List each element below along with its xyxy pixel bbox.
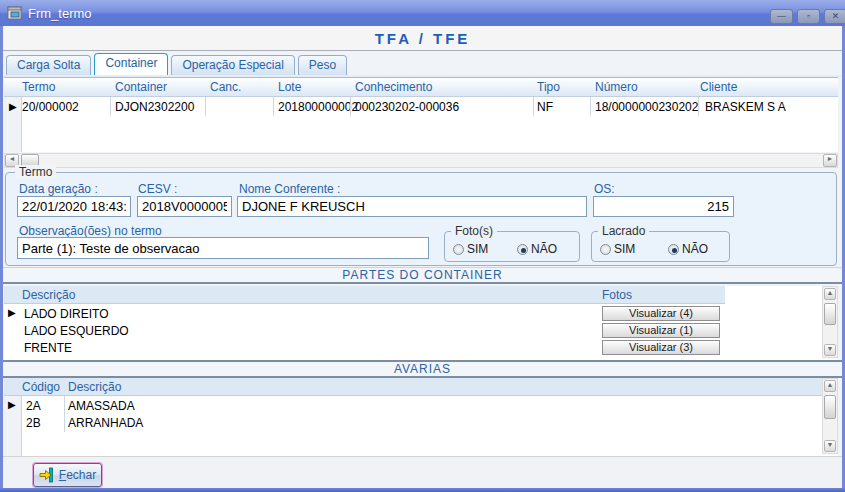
partes-section-title: PARTES DO CONTAINER: [3, 267, 842, 284]
maximize-icon: ▫: [807, 11, 810, 21]
cell-cliente: BRASKEM S A: [705, 100, 786, 114]
col-termo[interactable]: Termo: [22, 80, 55, 94]
scrollbar-thumb[interactable]: [824, 395, 836, 419]
col-divider: [110, 97, 111, 116]
page-title: TFA / TFE: [375, 30, 471, 47]
avarias-section-title: AVARIAS: [3, 360, 842, 378]
nome-conferente-label: Nome Conferente :: [239, 182, 340, 196]
lacrado-sim-label: SIM: [614, 242, 635, 256]
avarias-vertical-scrollbar[interactable]: ▲ ▼: [822, 378, 838, 454]
col-divider: [273, 97, 274, 116]
minimize-icon: —: [777, 11, 786, 21]
footer-panel: Fechar: [3, 456, 842, 488]
col-numero[interactable]: Número: [595, 80, 638, 94]
window-icon: [7, 5, 23, 21]
os-field[interactable]: [593, 196, 734, 217]
col-divider: [533, 97, 534, 116]
cesv-label: CESV :: [138, 182, 177, 196]
title-bar: Frm_termo: [0, 0, 845, 26]
row-marker-icon: ▶: [9, 101, 17, 112]
partes-vertical-scrollbar[interactable]: ▲ ▼: [822, 286, 838, 358]
termo-groupbox: Termo Data geração : CESV : Nome Confere…: [5, 172, 837, 266]
window-border-bottom: [0, 488, 845, 492]
scroll-up-icon[interactable]: ▲: [824, 288, 836, 300]
avaria-descricao: AMASSADA: [68, 399, 135, 413]
avaria-codigo: 2B: [26, 416, 41, 430]
col-cliente[interactable]: Cliente: [700, 80, 737, 94]
tab-peso[interactable]: Peso: [298, 55, 347, 75]
avarias-grid: Código Descrição ▶ 2A AMASSADA 2B ARRANH…: [4, 378, 838, 456]
visualizar-button[interactable]: Visualizar (4): [602, 306, 720, 321]
fotos-legend: Foto(s): [451, 224, 497, 238]
visualizar-button[interactable]: Visualizar (1): [602, 323, 720, 338]
col-divider: [590, 97, 591, 116]
col-conhecimento[interactable]: Conhecimento: [355, 80, 432, 94]
row-marker-icon: ▶: [8, 307, 16, 318]
col-canc[interactable]: Canc.: [210, 80, 241, 94]
nome-conferente-field[interactable]: [237, 196, 587, 217]
col-lote[interactable]: Lote: [278, 80, 301, 94]
parte-descricao: FRENTE: [24, 341, 72, 355]
minimize-button[interactable]: —: [770, 9, 793, 24]
avarias-grid-header: Código Descrição: [4, 378, 838, 396]
window-border-left: [0, 26, 3, 488]
close-button[interactable]: ✕: [824, 9, 845, 24]
scroll-down-icon[interactable]: ▼: [824, 344, 836, 356]
col-divider: [205, 97, 206, 116]
fotos-nao-label: NÃO: [531, 242, 557, 256]
radio-icon: [668, 244, 679, 255]
termo-legend: Termo: [15, 165, 56, 179]
observacao-field[interactable]: [17, 237, 429, 259]
fotos-sim-radio[interactable]: SIM: [453, 242, 488, 256]
lacrado-legend: Lacrado: [598, 224, 649, 238]
form-header: TFA / TFE: [3, 26, 842, 51]
col-container[interactable]: Container: [115, 80, 167, 94]
cell-numero: 18/0000000230202: [595, 100, 698, 114]
tab-operacao-especial[interactable]: Operação Especial: [171, 55, 294, 75]
scrollbar-thumb[interactable]: [824, 303, 836, 325]
cell-container: DJON2302200: [115, 100, 194, 114]
data-geracao-label: Data geração :: [19, 182, 98, 196]
termo-grid: Termo Container Canc. Lote Conhecimento …: [4, 77, 838, 152]
row-marker-icon: ▶: [8, 399, 16, 410]
fechar-button[interactable]: Fechar: [33, 463, 102, 487]
col-tipo[interactable]: Tipo: [537, 80, 560, 94]
window-title: Frm_termo: [28, 6, 92, 21]
cell-termo: 20/000002: [22, 100, 79, 114]
col-divider: [64, 396, 65, 432]
observacao-label: Observação(ões) no termo: [19, 224, 162, 238]
maximize-button[interactable]: ▫: [797, 9, 820, 24]
visualizar-button[interactable]: Visualizar (3): [602, 340, 720, 355]
termo-grid-header: Termo Container Canc. Lote Conhecimento …: [4, 78, 838, 97]
lacrado-nao-radio[interactable]: NÃO: [668, 242, 708, 256]
tab-bar: Carga Solta Container Operação Especial …: [6, 53, 836, 75]
cell-lote: 201800000002: [278, 100, 358, 114]
col-descricao[interactable]: Descrição: [22, 288, 75, 302]
col-descricao[interactable]: Descrição: [68, 380, 121, 394]
avaria-codigo: 2A: [26, 399, 41, 413]
fechar-label: Fechar: [59, 468, 96, 482]
radio-icon: [517, 244, 528, 255]
scroll-up-icon[interactable]: ▲: [824, 380, 836, 392]
parte-descricao: LADO ESQUERDO: [24, 324, 129, 338]
partes-grid-header: Descrição Fotos: [4, 286, 725, 304]
data-geracao-field[interactable]: [17, 196, 131, 217]
lacrado-sim-radio[interactable]: SIM: [600, 242, 635, 256]
lacrado-groupbox: Lacrado SIM NÃO: [591, 231, 730, 262]
col-fotos[interactable]: Fotos: [602, 288, 632, 302]
tab-container[interactable]: Container: [94, 53, 168, 75]
col-codigo[interactable]: Código: [22, 380, 60, 394]
grid-horizontal-scrollbar[interactable]: ◄ ►: [4, 153, 838, 168]
fotos-nao-radio[interactable]: NÃO: [517, 242, 557, 256]
scroll-right-icon[interactable]: ►: [823, 154, 837, 167]
tab-carga-solta[interactable]: Carga Solta: [6, 55, 91, 75]
exit-icon: [39, 467, 55, 483]
col-divider: [698, 97, 699, 116]
cesv-field[interactable]: [137, 196, 232, 217]
radio-icon: [600, 244, 611, 255]
app-window: Frm_termo — ▫ ✕ TFA / TFE Carga Solta Co…: [0, 0, 845, 492]
radio-icon: [453, 244, 464, 255]
scroll-down-icon[interactable]: ▼: [824, 440, 836, 452]
partes-grid: Descrição Fotos ▶ LADO DIREITO Visualiza…: [4, 286, 838, 360]
cell-conhecimento: 000230202-000036: [355, 100, 459, 114]
